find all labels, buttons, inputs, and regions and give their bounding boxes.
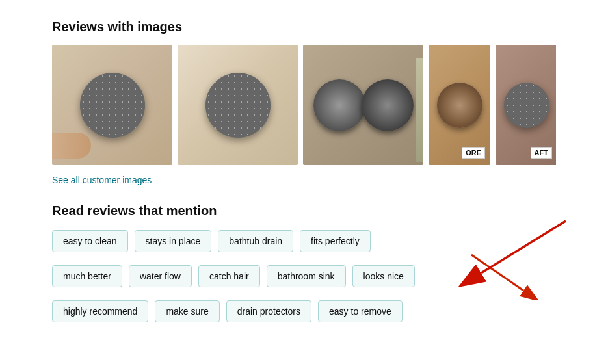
tag-bathtub-drain[interactable]: bathtub drain xyxy=(218,230,293,252)
tag-drain-protectors[interactable]: drain protectors xyxy=(226,300,311,322)
tag-much-better[interactable]: much better xyxy=(52,265,122,287)
review-images-row: ORE AFT xyxy=(52,45,556,165)
review-image-2[interactable] xyxy=(178,45,298,165)
image-badge-ore: ORE xyxy=(462,147,485,159)
svg-line-1 xyxy=(471,255,523,291)
image-badge-aft: AFT xyxy=(531,147,552,159)
tags-container: easy to clean stays in place bathtub dra… xyxy=(52,230,556,329)
tag-bathroom-sink[interactable]: bathroom sink xyxy=(267,265,346,287)
review-image-4[interactable]: ORE xyxy=(429,45,490,165)
reviews-with-images-section: Reviews with images xyxy=(52,20,556,203)
arrow-indicator xyxy=(465,248,543,303)
tags-row-1: easy to clean stays in place bathtub dra… xyxy=(52,230,371,252)
tag-catch-hair[interactable]: catch hair xyxy=(198,265,260,287)
review-image-5[interactable]: AFT xyxy=(496,45,556,165)
mentions-title: Read reviews that mention xyxy=(52,203,556,218)
tags-row-3: highly recommend make sure drain protect… xyxy=(52,300,403,322)
tags-row-2: much better water flow catch hair bathro… xyxy=(52,265,415,287)
tag-easy-to-remove[interactable]: easy to remove xyxy=(318,300,403,322)
see-all-images-link[interactable]: See all customer images xyxy=(52,175,152,185)
tag-water-flow[interactable]: water flow xyxy=(129,265,192,287)
tag-stays-in-place[interactable]: stays in place xyxy=(135,230,212,252)
tag-easy-to-clean[interactable]: easy to clean xyxy=(52,230,128,252)
reviews-mention-section: Read reviews that mention easy to clean … xyxy=(52,203,556,329)
review-image-1[interactable] xyxy=(52,45,172,165)
tag-fits-perfectly[interactable]: fits perfectly xyxy=(300,230,371,252)
reviews-images-title: Reviews with images xyxy=(52,20,556,34)
review-image-3[interactable] xyxy=(303,45,423,165)
tag-looks-nice[interactable]: looks nice xyxy=(352,265,415,287)
tag-highly-recommend[interactable]: highly recommend xyxy=(52,300,148,322)
tag-make-sure[interactable]: make sure xyxy=(155,300,219,322)
